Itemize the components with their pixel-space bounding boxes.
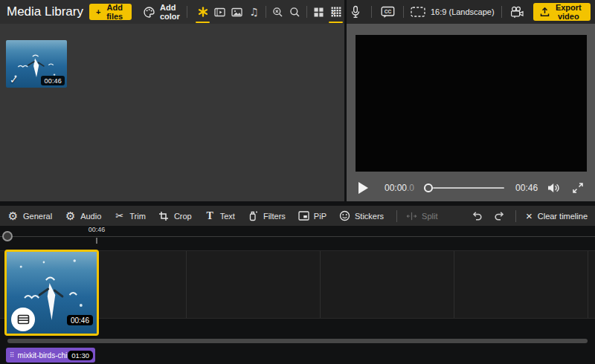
toolbar-text-button[interactable]: T Text — [205, 210, 235, 221]
preview-topbar: CC 16:9 (Landscape) — [347, 0, 595, 24]
divider — [403, 6, 404, 18]
images-icon[interactable] — [228, 0, 245, 24]
seek-track — [433, 187, 504, 189]
gear-icon: ⚙ — [7, 210, 19, 221]
add-color-button[interactable]: Add color — [143, 3, 180, 21]
picture-in-picture-icon — [298, 210, 309, 221]
audio-music-icon[interactable]: ♫ — [245, 0, 263, 24]
aspect-ratio-icon — [411, 7, 425, 17]
palette-icon — [143, 6, 155, 19]
add-files-button[interactable]: + Add files — [89, 4, 132, 20]
export-video-button[interactable]: Export video — [533, 3, 591, 21]
video-editor-app: Media Library + Add files Add color — [0, 0, 595, 364]
camera-icon[interactable] — [509, 3, 527, 21]
track-cell-divider — [454, 251, 454, 318]
timeline-horizontal-scrollbar[interactable] — [7, 339, 588, 343]
video-clips-icon[interactable] — [211, 0, 228, 24]
crop-icon — [158, 210, 170, 221]
search-clear-icon[interactable] — [269, 0, 286, 24]
media-library-panel: Media Library + Add files Add color — [0, 0, 344, 201]
toolbar-audio-button[interactable]: ⚙ Audio — [65, 210, 101, 221]
divider — [515, 210, 516, 222]
divider — [501, 6, 502, 18]
close-icon: × — [526, 210, 533, 221]
toolbar-trim-button[interactable]: ✂ Trim — [114, 210, 146, 221]
audio-clip-name: mixkit-birds-chir... — [18, 351, 68, 360]
divider — [266, 6, 266, 18]
track-cell-divider — [320, 251, 321, 318]
aspect-ratio-label: 16:9 (Landscape) — [431, 7, 495, 16]
clip-media-icon — [17, 314, 30, 325]
time-fraction: .0 — [407, 183, 414, 193]
seek-knob[interactable] — [424, 183, 433, 192]
favorites-star-icon[interactable] — [194, 0, 211, 24]
track-cell-divider — [588, 251, 588, 318]
toolbar-filters-button[interactable]: Filters — [248, 210, 286, 221]
library-filter-tabs: ♫ — [194, 0, 344, 24]
plus-icon: + — [96, 7, 100, 16]
total-time: 00:46 — [515, 183, 538, 193]
undo-icon[interactable] — [469, 207, 486, 225]
divider — [396, 210, 397, 222]
scissors-icon: ✂ — [114, 210, 125, 221]
video-preview-canvas — [356, 35, 587, 172]
timeline-video-clip[interactable]: 00:46 — [4, 250, 99, 336]
export-video-label: Export video — [553, 3, 584, 21]
divider — [306, 6, 307, 18]
text-T-icon: T — [205, 210, 216, 221]
add-files-label: Add files — [104, 3, 125, 21]
collapse-panel-icon[interactable]: ‹ — [325, 0, 341, 24]
toolbar-general-button[interactable]: ⚙ General — [7, 210, 52, 221]
toolbar-pip-button[interactable]: PiP — [298, 210, 327, 221]
divider — [187, 6, 187, 18]
preview-panel: CC 16:9 (Landscape) — [347, 0, 595, 201]
smiley-icon — [339, 210, 350, 221]
toolbar-crop-button[interactable]: Crop — [158, 210, 192, 221]
page-title: Media Library — [0, 4, 83, 19]
playhead-handle[interactable] — [2, 231, 13, 241]
toolbar-split-button[interactable]: Split — [406, 210, 437, 221]
ruler-tick — [96, 238, 97, 244]
microphone-icon[interactable] — [347, 3, 364, 21]
drag-handle-icon[interactable]: ⠿ — [10, 352, 15, 359]
toolbar-stickers-button[interactable]: Stickers — [339, 210, 384, 221]
play-button[interactable] — [358, 182, 368, 194]
captions-cc-icon[interactable]: CC — [379, 3, 396, 21]
seek-slider[interactable] — [424, 183, 504, 192]
timeline-ruler-line — [0, 236, 595, 237]
export-upload-icon — [540, 7, 550, 17]
split-icon — [406, 210, 417, 221]
clear-timeline-button[interactable]: × Clear timeline — [526, 210, 588, 221]
fullscreen-icon[interactable] — [572, 182, 584, 194]
duration-badge: 00:46 — [41, 76, 65, 85]
search-icon[interactable] — [286, 0, 303, 24]
toolbar-right-group: × Clear timeline — [469, 207, 588, 225]
svg-text:CC: CC — [384, 8, 391, 13]
edit-toolbar: ⚙ General ⚙ Audio ✂ Trim Crop T Text — [0, 206, 595, 226]
playback-controls: 00:00.0 00:46 — [347, 177, 595, 199]
redo-icon[interactable] — [491, 207, 509, 225]
clip-type-badge[interactable] — [11, 308, 35, 331]
timeline-audio-clip[interactable]: ⠿ mixkit-birds-chir... 01:30 — [6, 348, 95, 363]
ruler-time-label: 00:46 — [82, 226, 112, 233]
track-cell-divider — [186, 251, 187, 318]
current-time: 00:00.0 — [385, 183, 414, 193]
media-item-thumbnail[interactable]: ✓ 00:46 — [6, 40, 67, 88]
aspect-ratio-selector[interactable]: 16:9 (Landscape) — [411, 7, 495, 17]
add-color-label: Add color — [160, 3, 180, 21]
gear-icon: ⚙ — [65, 210, 76, 221]
volume-icon[interactable] — [547, 182, 562, 194]
clip-duration-badge: 00:46 — [67, 315, 93, 325]
selected-check-icon: ✓ — [10, 74, 18, 85]
filter-bottle-icon — [248, 210, 259, 221]
clear-timeline-label: Clear timeline — [538, 212, 588, 221]
divider — [371, 6, 372, 18]
media-library-header: Media Library + Add files Add color — [0, 0, 344, 24]
audio-duration-badge: 01:30 — [68, 351, 93, 360]
